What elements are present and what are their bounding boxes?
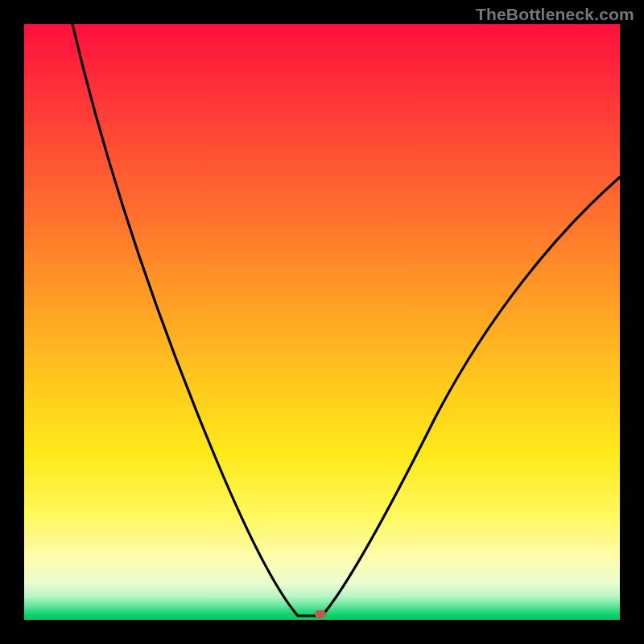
watermark-text: TheBottleneck.com [476, 5, 634, 24]
curve-path [72, 24, 620, 616]
chart-frame: TheBottleneck.com [0, 0, 644, 644]
plot-area [24, 24, 620, 620]
bottleneck-curve [24, 24, 620, 620]
min-marker [315, 610, 326, 618]
